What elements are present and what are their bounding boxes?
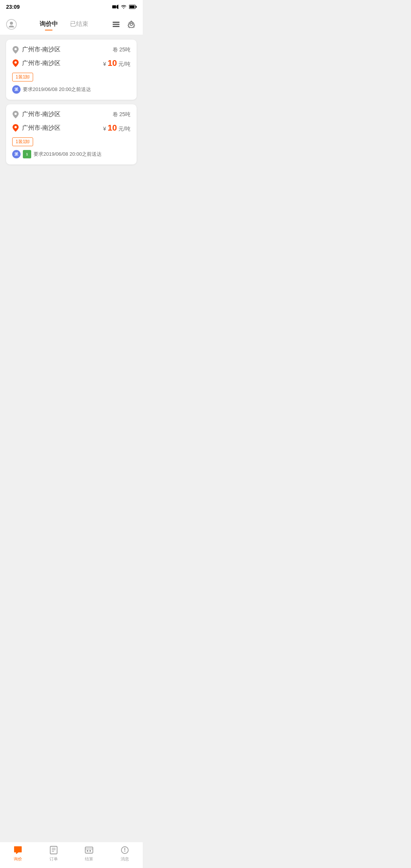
main-content: 广州市-南沙区 卷 25吨 广州市-南沙区 ¥ 10 元/吨 1装1卸 — [0, 35, 143, 174]
svg-point-13 — [14, 126, 17, 128]
origin-city-1: 广州市-南沙区 — [22, 46, 61, 54]
tab-ended[interactable]: 已结束 — [70, 19, 88, 30]
price-number-2: 10 — [108, 123, 117, 132]
badge-icon-2: 1 — [23, 150, 31, 158]
nav-right-icons — [111, 19, 137, 30]
destination-row-2: 广州市-南沙区 ¥ 10 元/吨 — [12, 123, 131, 133]
svg-rect-7 — [113, 24, 119, 25]
wifi-icon — [121, 5, 127, 9]
weight-1: 卷 25吨 — [113, 46, 131, 53]
destination-left-2: 广州市-南沙区 — [12, 124, 61, 132]
price-display-2: ¥ 10 元/吨 — [103, 123, 131, 133]
inquiry-card-1[interactable]: 广州市-南沙区 卷 25吨 广州市-南沙区 ¥ 10 元/吨 1装1卸 — [6, 40, 137, 100]
user-avatar[interactable] — [6, 19, 17, 30]
origin-city-2: 广州市-南沙区 — [22, 110, 61, 118]
origin-row-2: 广州市-南沙区 卷 25吨 — [12, 110, 131, 118]
weight-2: 卷 25吨 — [113, 111, 131, 118]
deadline-text-1: 要求2019/06/08 20:00之前送达 — [23, 86, 91, 93]
svg-rect-8 — [113, 26, 119, 27]
dispatch-icon-1: 派 — [12, 85, 21, 94]
nav-tabs: 询价中 已结束 — [17, 19, 111, 30]
destination-pin-icon-2 — [12, 124, 19, 131]
svg-rect-6 — [113, 22, 119, 23]
origin-pin-icon-2 — [12, 111, 19, 118]
status-time: 23:09 — [6, 4, 20, 10]
svg-point-11 — [14, 61, 17, 64]
origin-row-1: 广州市-南沙区 卷 25吨 — [12, 46, 131, 54]
destination-city-1: 广州市-南沙区 — [22, 59, 61, 67]
deadline-text-2: 要求2019/06/08 20:00之前送达 — [33, 151, 102, 158]
svg-point-5 — [10, 22, 13, 25]
tag-row-1: 1装1卸 — [12, 73, 131, 81]
destination-left-1: 广州市-南沙区 — [12, 59, 61, 67]
battery-icon — [129, 5, 137, 9]
video-icon — [112, 5, 118, 9]
svg-rect-4 — [130, 6, 135, 8]
status-icons — [112, 5, 137, 9]
deadline-row-1: 派 要求2019/06/08 20:00之前送达 — [12, 85, 131, 94]
load-unload-tag-1: 1装1卸 — [12, 73, 33, 81]
dispatch-icon-2: 派 — [12, 150, 21, 158]
svg-rect-3 — [136, 6, 137, 8]
svg-point-9 — [130, 23, 132, 26]
svg-point-10 — [14, 48, 17, 50]
tag-row-2: 1装1卸 — [12, 137, 131, 146]
origin-pin-icon-1 — [12, 46, 19, 53]
deadline-row-2: 派 1 要求2019/06/08 20:00之前送达 — [12, 150, 131, 158]
origin-left-1: 广州市-南沙区 — [12, 46, 61, 54]
layers-button[interactable] — [111, 19, 121, 30]
svg-rect-0 — [112, 5, 116, 8]
origin-left-2: 广州市-南沙区 — [12, 110, 61, 118]
status-bar: 23:09 — [0, 0, 143, 14]
tab-inquiry[interactable]: 询价中 — [40, 19, 58, 30]
price-display-1: ¥ 10 元/吨 — [103, 58, 131, 68]
top-nav: 询价中 已结束 — [0, 14, 143, 35]
destination-row-1: 广州市-南沙区 ¥ 10 元/吨 — [12, 58, 131, 68]
settings-button[interactable] — [126, 19, 137, 30]
load-unload-tag-2: 1装1卸 — [12, 137, 33, 146]
inquiry-card-2[interactable]: 广州市-南沙区 卷 25吨 广州市-南沙区 ¥ 10 元/吨 1装1卸 — [6, 104, 137, 164]
price-number-1: 10 — [108, 58, 117, 68]
svg-point-12 — [14, 113, 17, 115]
destination-city-2: 广州市-南沙区 — [22, 124, 61, 132]
svg-marker-1 — [116, 5, 118, 9]
destination-pin-icon-1 — [12, 60, 19, 67]
